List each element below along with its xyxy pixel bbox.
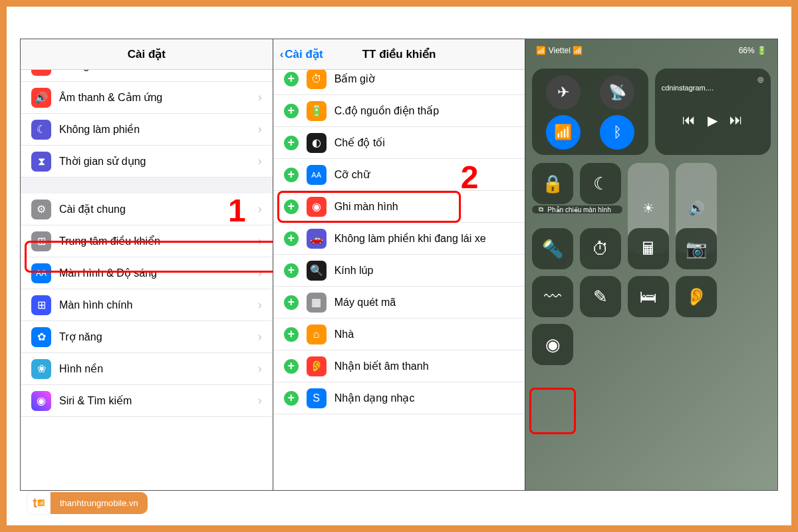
step-number-1: 1 bbox=[228, 192, 246, 229]
add-button[interactable]: + bbox=[284, 295, 299, 310]
wifi-toggle[interactable]: 📶 bbox=[546, 115, 581, 150]
chevron-right-icon: › bbox=[258, 234, 262, 248]
list-item[interactable]: AAMàn hình & Độ sáng› bbox=[21, 257, 273, 289]
screentime-icon: ⧗ bbox=[31, 152, 51, 172]
play-button[interactable]: ▶ bbox=[708, 112, 718, 128]
accessibility-icon: ✿ bbox=[31, 327, 51, 347]
gear-icon: ⚙ bbox=[31, 200, 51, 219]
chevron-right-icon: › bbox=[258, 394, 262, 408]
list-item[interactable]: ⊞Màn hình chính› bbox=[21, 289, 273, 321]
add-button[interactable]: + bbox=[284, 327, 299, 342]
list-item[interactable]: +⌂Nhà bbox=[273, 319, 525, 350]
chevron-right-icon: › bbox=[258, 202, 262, 216]
chevron-right-icon: › bbox=[258, 362, 262, 376]
add-button[interactable]: + bbox=[284, 391, 299, 406]
timer-button[interactable]: ⏱ bbox=[580, 228, 621, 269]
dnd-icon: ☾ bbox=[31, 120, 51, 140]
mirror-icon: ⧉ bbox=[539, 205, 543, 213]
list-item[interactable]: ❀Hình nền› bbox=[21, 353, 273, 385]
sleep-button[interactable]: 🛏 bbox=[628, 276, 669, 317]
highlight-box-3 bbox=[529, 388, 576, 434]
next-button[interactable]: ⏭ bbox=[730, 112, 743, 128]
add-button[interactable]: + bbox=[284, 72, 299, 86]
controls-list: +⏱Bấm giờ +🔋C.độ nguồn điện thấp +◐Chế đ… bbox=[273, 63, 525, 490]
list-item[interactable]: ✿Trợ năng› bbox=[21, 321, 273, 353]
airplay-icon[interactable]: ◎ bbox=[662, 75, 764, 84]
list-item[interactable]: +▦Máy quét mã bbox=[273, 287, 525, 319]
add-button[interactable]: + bbox=[284, 104, 299, 118]
logo-icon: t📶 bbox=[27, 491, 51, 515]
camera-button[interactable]: 📷 bbox=[676, 228, 717, 269]
bluetooth-toggle[interactable]: ᛒ bbox=[600, 115, 634, 150]
shazam-icon: S bbox=[307, 388, 327, 408]
chevron-right-icon: › bbox=[258, 122, 262, 136]
add-button[interactable]: + bbox=[284, 200, 299, 214]
list-item[interactable]: +🔍Kính lúp bbox=[273, 255, 525, 287]
list-item[interactable]: ◉Siri & Tìm kiếm› bbox=[21, 385, 273, 417]
list-item[interactable]: 🔊Âm thanh & Cảm ứng› bbox=[21, 82, 273, 114]
settings-list: ●Thông báo› 🔊Âm thanh & Cảm ứng› ☾Không … bbox=[21, 50, 273, 490]
flashlight-button[interactable]: 🔦 bbox=[532, 228, 573, 269]
chevron-right-icon: › bbox=[258, 298, 262, 312]
settings-panel: Cài đặt ●Thông báo› 🔊Âm thanh & Cảm ứng›… bbox=[21, 39, 273, 490]
list-item[interactable]: ⧗Thời gian sử dụng› bbox=[21, 146, 273, 178]
home-icon: ⌂ bbox=[307, 325, 327, 344]
wallpaper-icon: ❀ bbox=[31, 359, 51, 379]
hearing-button[interactable]: 👂 bbox=[676, 276, 717, 317]
back-button[interactable]: ‹Cài đặt bbox=[280, 47, 323, 61]
list-item[interactable]: ☾Không làm phiền› bbox=[21, 114, 273, 146]
connectivity-tile[interactable]: ✈ 📡 📶 ᛒ bbox=[532, 68, 648, 155]
carrier-label: 📶 Viettel 📶 bbox=[536, 46, 583, 55]
cellular-toggle[interactable]: 📡 bbox=[600, 75, 634, 110]
add-button[interactable]: + bbox=[284, 263, 299, 278]
prev-button[interactable]: ⏮ bbox=[682, 112, 696, 128]
qr-icon: ▦ bbox=[307, 293, 327, 313]
list-item[interactable]: +👂Nhận biết âm thanh bbox=[273, 350, 525, 382]
textsize-icon: AA bbox=[307, 165, 327, 185]
battery-label: 66% 🔋 bbox=[739, 46, 767, 55]
panel1-title: Cài đặt bbox=[21, 39, 273, 70]
home-icon: ⊞ bbox=[31, 295, 51, 315]
calculator-button[interactable]: 🖩 bbox=[628, 228, 669, 269]
magnifier-icon: 🔍 bbox=[307, 261, 327, 281]
list-item[interactable]: +AACỡ chữ bbox=[273, 159, 525, 191]
list-item[interactable]: +SNhận dạng nhạc bbox=[273, 382, 525, 414]
siri-icon: ◉ bbox=[31, 391, 51, 411]
display-icon: AA bbox=[31, 263, 51, 283]
add-button[interactable]: + bbox=[284, 136, 299, 150]
panel2-title: TT điều khiển bbox=[362, 48, 436, 61]
screen-record-button[interactable]: ◉ bbox=[532, 324, 573, 365]
controlcenter-icon: ⊞ bbox=[31, 231, 51, 251]
add-button[interactable]: + bbox=[284, 231, 299, 246]
sound-recognition-icon: 👂 bbox=[307, 356, 327, 376]
chevron-right-icon: › bbox=[258, 90, 262, 104]
driving-icon: 🚗 bbox=[307, 229, 327, 249]
record-icon: ◉ bbox=[307, 197, 327, 217]
status-bar: 📶 Viettel 📶 66% 🔋 bbox=[525, 39, 777, 62]
list-item[interactable]: +🔋C.độ nguồn điện thấp bbox=[273, 95, 525, 127]
list-item[interactable]: +◐Chế độ tối bbox=[273, 127, 525, 159]
control-center-panel: 📶 Viettel 📶 66% 🔋 ✈ 📡 📶 ᛒ ◎ cdninstagram… bbox=[525, 39, 777, 490]
screen-mirror-button[interactable]: ⧉Phản chiếu màn hình bbox=[532, 205, 622, 213]
dnd-toggle[interactable]: ☾ bbox=[580, 163, 621, 204]
darkmode-icon: ◐ bbox=[307, 133, 327, 153]
add-button[interactable]: + bbox=[284, 168, 299, 182]
media-tile[interactable]: ◎ cdninstagram.... ⏮ ▶ ⏭ bbox=[655, 68, 771, 155]
control-center-settings-panel: ‹Cài đặt TT điều khiển +⏱Bấm giờ +🔋C.độ … bbox=[273, 39, 526, 490]
logo-text: thanhtrungmobile.vn bbox=[51, 492, 148, 514]
panel2-header: ‹Cài đặt TT điều khiển bbox=[273, 39, 525, 70]
section-spacer bbox=[21, 178, 273, 194]
notes-button[interactable]: ✎ bbox=[580, 276, 621, 317]
chevron-right-icon: › bbox=[258, 154, 262, 168]
chevron-right-icon: › bbox=[258, 330, 262, 344]
list-item-screen-record[interactable]: +◉Ghi màn hình bbox=[273, 191, 525, 223]
timer-icon: ⏱ bbox=[307, 69, 327, 89]
voice-memo-button[interactable]: 〰 bbox=[532, 276, 573, 317]
sound-icon: 🔊 bbox=[31, 88, 51, 108]
chevron-left-icon: ‹ bbox=[280, 48, 284, 61]
airplane-toggle[interactable]: ✈ bbox=[546, 75, 581, 110]
add-button[interactable]: + bbox=[284, 359, 299, 374]
list-item[interactable]: +🚗Không làm phiền khi đang lái xe bbox=[273, 223, 525, 255]
list-item-control-center[interactable]: ⊞Trung tâm điều khiển› bbox=[21, 225, 273, 257]
rotation-lock-toggle[interactable]: 🔒 bbox=[532, 163, 573, 204]
